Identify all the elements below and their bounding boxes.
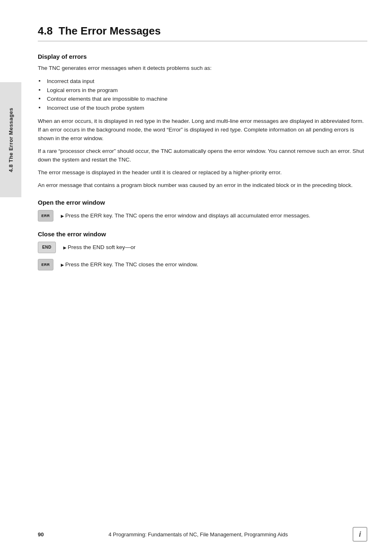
open-error-instruction: Press the ERR key. The TNC opens the err… bbox=[61, 210, 310, 220]
bullet-item: Incorrect data input bbox=[38, 77, 367, 86]
close-error-instruction-1: Press the END soft key—or bbox=[63, 242, 136, 252]
bullet-item: Contour elements that are impossible to … bbox=[38, 95, 367, 104]
sidebar-tab: 4.8 The Error Messages bbox=[0, 82, 21, 197]
end-key[interactable]: END bbox=[38, 242, 56, 253]
open-error-row: ERR Press the ERR key. The TNC opens the… bbox=[38, 210, 367, 222]
footer-text: 4 Programming: Fundamentals of NC, File … bbox=[108, 531, 288, 538]
display-of-errors-title: Display of errors bbox=[38, 53, 367, 60]
err-key-close[interactable]: ERR bbox=[38, 259, 53, 270]
display-para4: An error message that contains a program… bbox=[38, 181, 367, 190]
bullet-item: Logical errors in the program bbox=[38, 86, 367, 95]
close-error-instruction-2: Press the ERR key. The TNC closes the er… bbox=[61, 259, 198, 269]
close-error-row-1: END Press the END soft key—or bbox=[38, 242, 367, 253]
display-para1: When an error occurs, it is displayed in… bbox=[38, 117, 367, 143]
bullet-item: Incorrect use of the touch probe system bbox=[38, 104, 367, 113]
page-number: 90 bbox=[38, 531, 44, 538]
sidebar: 4.8 The Error Messages bbox=[0, 0, 21, 554]
info-badge: i bbox=[353, 527, 367, 542]
display-intro: The TNC generates error messages when it… bbox=[38, 64, 367, 73]
footer: 90 4 Programming: Fundamentals of NC, Fi… bbox=[21, 527, 392, 542]
error-bullet-list: Incorrect data input Logical errors in t… bbox=[38, 77, 367, 112]
close-error-window-title: Close the error window bbox=[38, 231, 367, 238]
display-para2: If a rare “processor check error” should… bbox=[38, 147, 367, 164]
display-para3: The error message is displayed in the he… bbox=[38, 169, 367, 177]
info-icon: i bbox=[359, 530, 361, 539]
err-key-open[interactable]: ERR bbox=[38, 210, 53, 222]
close-error-row-2: ERR Press the ERR key. The TNC closes th… bbox=[38, 259, 367, 270]
section-title: 4.8 The Error Messages bbox=[38, 25, 367, 42]
main-content: 4.8 The Error Messages Display of errors… bbox=[21, 0, 392, 554]
sidebar-label: 4.8 The Error Messages bbox=[8, 108, 14, 172]
open-error-window-title: Open the error window bbox=[38, 199, 367, 206]
